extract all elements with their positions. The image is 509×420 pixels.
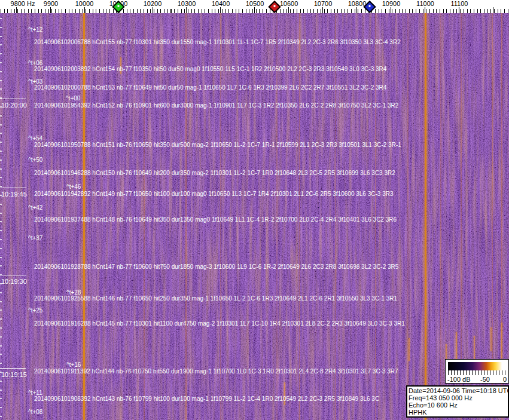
echo-dash — [456, 332, 457, 361]
freq-tick-label: 10600 — [280, 0, 298, 7]
time-tick-line — [0, 99, 26, 99]
faint-spectral-line — [440, 13, 441, 420]
time-tick-line — [0, 275, 26, 275]
freq-tick-label: 10000 — [75, 0, 94, 7]
marker-center-dot — [368, 5, 371, 7]
detection-line: 20140906101937488 hCnt148 nb-76 f10649 h… — [34, 216, 397, 223]
info-line: Date=2014-09-06 Time=10:18 UTC — [409, 387, 507, 394]
freq-tick-label: 10900 — [382, 0, 401, 7]
spectrogram-app: 9800 Hz990010000101001020010300104001050… — [0, 0, 509, 420]
colorbar-label-max: 0 — [503, 376, 507, 383]
detection-line: 20140906101908392 hCnt143 nb-76 f10799 h… — [34, 396, 379, 402]
echo-dash — [409, 338, 410, 361]
time-tick-line — [0, 368, 26, 369]
info-box: Date=2014-09-06 Time=10:18 UTCFreq=143 0… — [406, 385, 509, 418]
detection-line: 20140906101911392 hCnt144 nb-76 f10750 h… — [34, 368, 398, 375]
frequency-ruler: 9800 Hz990010000101001020010300104001050… — [0, 0, 509, 13]
freq-tick-label: 9800 Hz — [11, 0, 35, 7]
time-tick-line — [0, 188, 26, 188]
colorbar-label-min: -100 dB — [447, 376, 471, 383]
time-offset-tag: ^t+50 — [28, 157, 42, 163]
marker-center-dot — [117, 5, 120, 7]
freq-tick-label: 10200 — [144, 0, 162, 7]
echo-dash — [490, 327, 492, 351]
info-line: HPHK — [409, 409, 507, 416]
colorbar-labels: -100 dB -50 0 — [447, 375, 507, 383]
time-offset-tag: ^t+54 — [28, 135, 42, 142]
freq-tick-label: 10500 — [246, 0, 264, 7]
colorbar-gradient — [448, 362, 506, 370]
time-offset-tag: ^t+16 — [66, 361, 81, 368]
detection-line: 20140906101916288 hCnt145 nb-77 f10301 h… — [34, 320, 405, 327]
ruler-major-ticks — [16, 7, 509, 13]
time-label: 10:19:15 — [1, 371, 27, 378]
freq-tick-label: 10300 — [178, 0, 196, 7]
detection-line: 20140906101950788 hCnt151 nb-76 f10650 h… — [34, 142, 401, 148]
marker-center-dot — [273, 5, 276, 7]
time-label: 10:19:45 — [1, 191, 27, 198]
echo-dash — [446, 344, 447, 361]
info-line: Echo=10 600 Hz — [409, 401, 507, 409]
time-label: 10:19:30 — [1, 278, 27, 285]
echo-dash — [501, 323, 502, 358]
detection-line: 20140906101946288 hCnt150 nb-76 f10649 h… — [34, 170, 395, 176]
time-offset-tag: ^t+08 — [28, 409, 42, 415]
detection-line: 20140906102006788 hCnt155 nb-77 f10301 h… — [34, 39, 401, 45]
carrier-line — [425, 13, 426, 420]
time-offset-tag: ^t+25 — [28, 307, 42, 314]
freq-tick-label: 11100 — [451, 0, 468, 7]
time-offset-tag: ^t+42 — [28, 204, 42, 211]
detection-line: 20140906101954392 hCnt152 nb-76 f10901 h… — [34, 102, 398, 109]
freq-tick-label: 10700 — [314, 0, 333, 7]
time-minor-ticks — [0, 18, 2, 420]
colorbar-label-mid: -50 — [480, 376, 490, 383]
detection-line: 20140906101928788 hCnt147 nb-77 f10600 h… — [34, 263, 398, 270]
detection-line: 20140906102003892 hCnt154 nb-77 f10350 h… — [34, 66, 386, 72]
time-offset-tag: ^t+12 — [28, 26, 42, 33]
time-offset-tag: ^t+37 — [28, 235, 42, 241]
colorbar: -100 dB -50 0 — [445, 359, 509, 384]
time-offset-tag: ^t+00 — [66, 95, 80, 102]
info-line: Freq=143 050 000 Hz — [409, 394, 507, 401]
detection-line: 20140906102000788 hCnt153 nb-77 f10649 h… — [34, 84, 386, 91]
time-label: 10:20:00 — [1, 102, 27, 109]
freq-tick-label: 10400 — [212, 0, 230, 7]
detection-line: 20140906101925588 hCnt146 nb-77 f10650 h… — [34, 295, 397, 302]
detection-line: 20140906101942892 hCnt149 nb-77 f10650 h… — [34, 191, 393, 197]
colorbar-ticks — [448, 370, 506, 375]
freq-tick-label: 9900 — [44, 0, 58, 7]
freq-tick-label: 11000 — [416, 0, 434, 7]
time-offset-tag: ^t+46 — [66, 183, 81, 190]
